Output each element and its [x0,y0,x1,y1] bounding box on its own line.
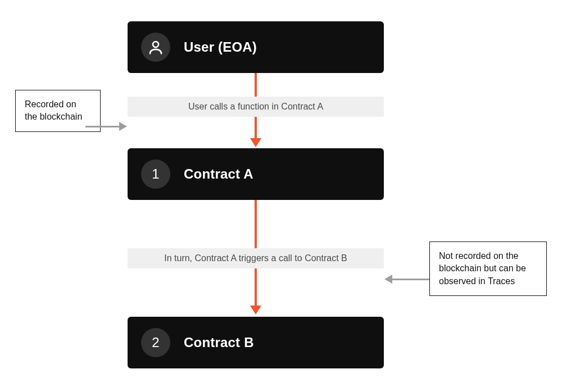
arrow-contract-a-to-call2 [255,200,257,248]
node-contract-b: 2 Contract B [128,317,384,368]
node-user: User (EOA) [128,21,384,73]
node-contract-b-label: Contract B [184,335,254,350]
arrow-user-to-call1 [255,73,257,97]
node-user-label: User (EOA) [184,39,257,55]
node-contract-a: 1 Contract A [128,148,384,200]
step-call-contract-a: User calls a function in Contract A [128,97,384,117]
arrow-note-not-recorded [384,279,429,281]
note-not-recorded-text: Not recorded on the blockchain but can b… [439,251,526,286]
svg-point-0 [153,42,158,47]
node-contract-a-label: Contract A [184,166,253,182]
step-call-contract-b: In turn, Contract A triggers a call to C… [128,248,384,268]
arrow-call2-to-contract-b [255,268,257,314]
note-not-recorded: Not recorded on the blockchain but can b… [429,241,547,296]
note-recorded-text: Recorded on the blockchain [25,99,82,121]
arrow-note-recorded [85,126,127,128]
step-call-contract-b-text: In turn, Contract A triggers a call to C… [164,253,347,263]
badge-2-num: 2 [152,335,159,350]
user-icon [141,33,170,62]
arrow-call1-to-contract-a [255,117,257,146]
badge-1-num: 1 [152,166,159,182]
step-call-contract-a-text: User calls a function in Contract A [188,102,323,112]
badge-1: 1 [141,159,170,189]
badge-2: 2 [141,328,170,357]
